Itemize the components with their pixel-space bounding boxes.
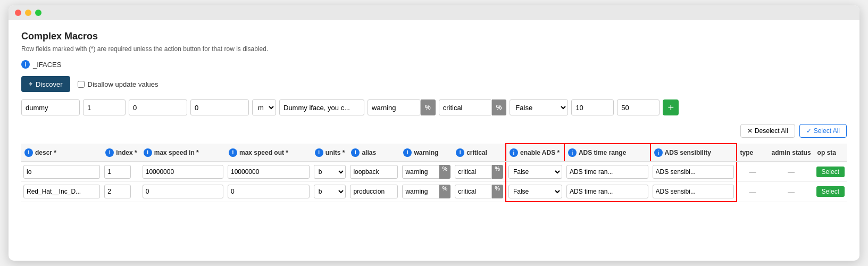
- select-row-enable-ads[interactable]: False True: [508, 185, 562, 198]
- discover-label: Discover: [36, 80, 63, 88]
- input-row-max-speed-in[interactable]: [143, 185, 223, 198]
- units-select[interactable]: m b k: [252, 99, 276, 115]
- input-max-speed-in[interactable]: [129, 99, 187, 115]
- info-icon-max-speed-out: i: [229, 148, 237, 157]
- main-window: Complex Macros Row fields marked with (*…: [9, 5, 859, 261]
- td-ads-time-range: [564, 182, 650, 202]
- warning-group: %: [402, 185, 450, 198]
- th-critical: i critical: [453, 144, 506, 162]
- page-title: Complex Macros: [21, 31, 847, 42]
- warning-pct: %: [439, 165, 450, 179]
- info-icon-warning: i: [403, 148, 412, 157]
- input-row-warning[interactable]: [402, 185, 439, 198]
- td-type: —: [737, 182, 769, 202]
- binoculars-icon: ⌖: [29, 80, 32, 88]
- input-row-max-speed-out[interactable]: [228, 185, 310, 198]
- td-critical: %: [453, 182, 506, 202]
- critical-input[interactable]: [439, 99, 492, 115]
- warning-input-group: %: [368, 99, 436, 115]
- th-enable-ads: i enable ADS *: [506, 144, 564, 162]
- close-dot[interactable]: [15, 10, 21, 16]
- input-alias[interactable]: [279, 99, 364, 115]
- th-admin-status: admin status: [769, 144, 814, 162]
- td-units: b m k: [312, 162, 348, 182]
- input-row-descr[interactable]: [23, 185, 100, 198]
- critical-input-group: %: [439, 99, 507, 115]
- input-row-ads-sensibility[interactable]: [653, 165, 734, 179]
- input-row-index[interactable]: [104, 185, 131, 198]
- check-icon: ✓: [806, 127, 812, 135]
- content-area: Complex Macros Row fields marked with (*…: [9, 20, 859, 213]
- input-row-alias[interactable]: [350, 185, 398, 198]
- td-ads-sensibility: [650, 182, 737, 202]
- discover-button[interactable]: ⌖ Discover: [21, 76, 70, 92]
- td-max-speed-in: [140, 162, 226, 182]
- th-index: i index *: [102, 144, 140, 162]
- info-icon-alias: i: [351, 148, 360, 157]
- warning-suffix[interactable]: %: [421, 99, 436, 115]
- input-row-max-speed-out[interactable]: [228, 165, 310, 179]
- warning-input[interactable]: [368, 99, 421, 115]
- td-type: —: [737, 162, 769, 182]
- input-num2[interactable]: [617, 99, 660, 115]
- table-row: b m k % % False True: [21, 162, 847, 182]
- th-ads-sensibility: i ADS sensibility: [650, 144, 737, 162]
- td-ads-time-range: [564, 162, 650, 182]
- input-row-index[interactable]: [104, 165, 131, 179]
- input-row-alias[interactable]: [350, 165, 398, 179]
- table-row: b m k % % False True: [21, 182, 847, 202]
- input-row-ads-time-range[interactable]: [566, 165, 648, 179]
- bool-select[interactable]: False True: [510, 99, 568, 115]
- input-row-warning[interactable]: [402, 165, 439, 179]
- select-all-button[interactable]: ✓ Select All: [799, 124, 847, 138]
- info-icon-units: i: [315, 148, 323, 157]
- th-max-speed-out: i max speed out *: [226, 144, 312, 162]
- critical-pct: %: [492, 185, 503, 198]
- td-warning: %: [400, 162, 453, 182]
- maximize-dot[interactable]: [35, 10, 41, 16]
- data-table: i descr * i index * i: [21, 143, 847, 202]
- add-button[interactable]: +: [663, 99, 679, 115]
- td-max-speed-out: [226, 182, 312, 202]
- input-index[interactable]: [83, 99, 126, 115]
- select-row-units[interactable]: b m k: [314, 185, 346, 198]
- page-subtitle: Row fields marked with (*) are required …: [21, 45, 847, 53]
- info-icon-critical: i: [456, 148, 464, 157]
- info-icon-ads-sens: i: [654, 148, 663, 157]
- td-op-sta: Select: [814, 162, 847, 182]
- info-icon-ads-time: i: [568, 148, 577, 157]
- input-row-max-speed-in[interactable]: [143, 165, 223, 179]
- disallow-checkbox-label[interactable]: Disallow update values: [78, 80, 158, 88]
- warning-pct: %: [439, 185, 450, 198]
- select-row-enable-ads[interactable]: False True: [508, 165, 562, 179]
- input-row-critical[interactable]: [455, 165, 492, 179]
- td-admin-status: —: [769, 182, 814, 202]
- disallow-checkbox[interactable]: [78, 81, 85, 88]
- input-max-speed-out[interactable]: [190, 99, 249, 115]
- select-button[interactable]: Select: [816, 186, 845, 197]
- minimize-dot[interactable]: [25, 10, 31, 16]
- td-units: b m k: [312, 182, 348, 202]
- td-critical: %: [453, 162, 506, 182]
- deselect-all-button[interactable]: ✕ Deselect All: [740, 124, 795, 138]
- select-all-label: Select All: [814, 127, 840, 135]
- td-warning: %: [400, 182, 453, 202]
- select-button[interactable]: Select: [816, 167, 845, 177]
- th-alias: i alias: [348, 144, 400, 162]
- td-enable-ads: False True: [506, 162, 564, 182]
- th-warning: i warning: [400, 144, 453, 162]
- input-descr[interactable]: [21, 99, 80, 115]
- input-num1[interactable]: [571, 99, 614, 115]
- input-row-ads-time-range[interactable]: [566, 185, 648, 198]
- critical-suffix[interactable]: %: [492, 99, 507, 115]
- info-icon: i: [21, 60, 30, 69]
- th-op-sta: op sta: [814, 144, 847, 162]
- table-header-row: i descr * i index * i: [21, 144, 847, 162]
- input-row-critical[interactable]: [455, 185, 492, 198]
- select-row-units[interactable]: b m k: [314, 165, 346, 179]
- td-descr: [21, 162, 102, 182]
- input-row-ads-sensibility[interactable]: [653, 185, 734, 198]
- input-row-descr[interactable]: [23, 165, 100, 179]
- td-index: [102, 182, 140, 202]
- td-alias: [348, 162, 400, 182]
